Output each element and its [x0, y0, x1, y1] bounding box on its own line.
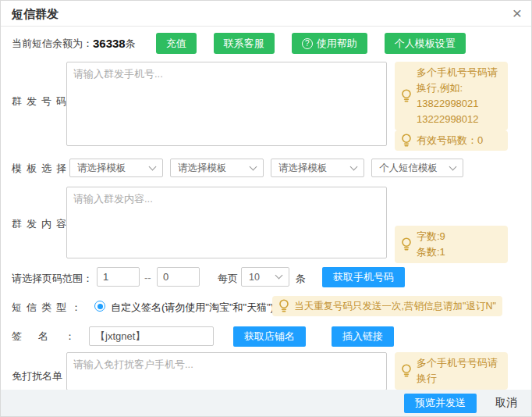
custom-signature-radio[interactable] — [94, 301, 105, 312]
per-page-label: 每页 — [218, 272, 238, 286]
dialog-title: 短信群发 — [12, 7, 59, 22]
template-select-2[interactable]: 请选择模板 — [170, 159, 264, 177]
personal-template-select[interactable]: 个人短信模板 — [371, 159, 463, 177]
template-select-1[interactable]: 请选择模板 — [69, 159, 163, 177]
repeat-send-tip-text: 当天重复号码只发送一次,营销信息请加"退订N" — [294, 298, 496, 314]
msg-count-text: 条数:1 — [417, 244, 502, 260]
valid-count-tip: 有效号码数：0 — [395, 130, 508, 151]
chevron-down-icon — [449, 162, 457, 170]
dialog-footer: 预览并发送 取消 — [1, 390, 531, 416]
bulb-icon — [401, 89, 412, 103]
numbers-tip-example1: 13822998021 — [417, 96, 502, 112]
bulk-content-textarea[interactable] — [66, 187, 387, 258]
help-circle-icon: ? — [302, 38, 313, 49]
contact-support-button[interactable]: 联系客服 — [214, 33, 275, 54]
chevron-down-icon — [275, 272, 283, 280]
balance-row: 当前短信余额为：36338条 充值 联系客服 ?使用帮助 个人模板设置 — [12, 33, 466, 54]
cancel-button[interactable]: 取消 — [495, 396, 517, 410]
signature-input[interactable] — [89, 326, 214, 346]
page-range-label: 请选择页码范围： — [12, 272, 93, 286]
custom-signature-label: 自定义签名(请勿使用"淘宝"和"天猫") — [111, 301, 274, 315]
char-count-tip: 字数:9 条数:1 — [395, 226, 508, 263]
numbers-tip-example2: 13222998012 — [417, 112, 502, 127]
preview-send-button[interactable]: 预览并发送 — [404, 394, 477, 413]
balance-amount: 36338 — [93, 37, 126, 50]
signature-label: 签名： — [12, 330, 91, 344]
per-page-select[interactable]: 10 — [241, 267, 289, 287]
template-select-3[interactable]: 请选择模板 — [271, 159, 364, 177]
bulk-numbers-textarea[interactable] — [66, 62, 387, 146]
sms-type-label: 短信类型： — [12, 301, 86, 315]
close-icon[interactable]: × — [512, 3, 522, 23]
bulb-icon — [278, 299, 289, 313]
numbers-tip: 多个手机号号码请换行,例如: 13822998021 13222998012 — [395, 62, 508, 130]
per-page-unit: 条 — [296, 272, 306, 286]
numbers-tip-text: 多个手机号号码请换行,例如: — [417, 65, 502, 96]
blacklist-textarea[interactable] — [66, 352, 387, 390]
help-button[interactable]: ?使用帮助 — [292, 33, 367, 54]
balance-label: 当前短信余额为： — [12, 37, 93, 51]
get-shop-name-button[interactable]: 获取店铺名 — [233, 326, 306, 347]
page-from-input[interactable] — [97, 267, 140, 287]
chevron-down-icon — [350, 162, 358, 170]
bulb-icon — [401, 364, 412, 378]
bulb-icon — [401, 237, 412, 251]
insert-link-button[interactable]: 插入链接 — [332, 326, 394, 347]
blacklist-tip-text: 多个手机号号码请换行 — [417, 355, 502, 387]
repeat-send-tip: 当天重复号码只发送一次,营销信息请加"退订N" — [272, 296, 502, 316]
personal-template-settings-button[interactable]: 个人模板设置 — [385, 33, 466, 54]
page-to-input[interactable] — [157, 267, 200, 287]
chevron-down-icon — [250, 162, 257, 170]
fetch-phone-numbers-button[interactable]: 获取手机号码 — [322, 267, 405, 287]
bulb-icon — [401, 134, 412, 148]
dialog-header: 短信群发 × — [1, 1, 531, 27]
balance-unit: 条 — [126, 37, 136, 51]
valid-count-text: 有效号码数：0 — [417, 133, 502, 148]
sms-bulk-dialog: 短信群发 × 当前短信余额为：36338条 充值 联系客服 ?使用帮助 个人模板… — [0, 0, 532, 417]
recharge-button[interactable]: 充值 — [156, 33, 197, 54]
range-dash: -- — [144, 272, 151, 283]
blacklist-tip: 多个手机号号码请换行 — [395, 352, 508, 390]
char-count-text: 字数:9 — [417, 229, 502, 244]
help-button-label: 使用帮助 — [317, 37, 357, 51]
chevron-down-icon — [149, 162, 157, 170]
blacklist-label: 免打扰名单： — [12, 369, 73, 383]
